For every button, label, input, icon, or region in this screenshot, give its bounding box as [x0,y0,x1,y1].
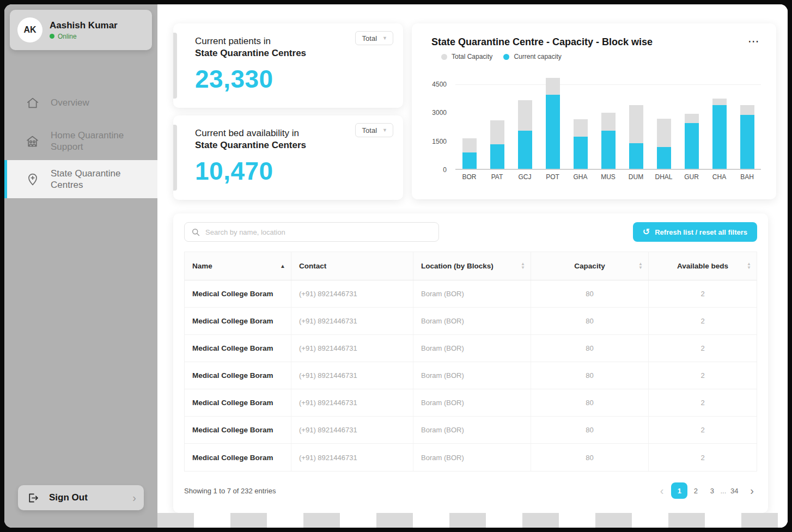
cell-available-beds: 2 [649,280,757,307]
home-quarantine-icon [25,134,40,149]
table-toolbar: ↺ Refresh list / reset all filters [184,213,757,252]
chart-header: State Quarantine Centre - Capacity - Blo… [412,23,776,48]
sort-asc-icon[interactable]: ▲ [280,264,285,268]
chart-bar-group-pat: PAT [483,85,511,169]
cell-location: Boram (BOR) [413,280,531,307]
profile-text: Aashish Kumar Online [50,20,118,40]
cell-available-beds: 2 [649,444,757,471]
chart-menu-button[interactable]: ⋯ [745,36,763,47]
sign-out-button[interactable]: Sign Out › [18,485,144,510]
column-header-location-by-blocks-[interactable]: Location (by Blocks)▲▼ [413,252,531,280]
chevron-right-icon: › [132,492,136,503]
table-row[interactable]: Medical College Boram(+91) 8921446731Bor… [185,308,757,335]
centres-table-card: ↺ Refresh list / reset all filters Name▲… [173,213,768,513]
sidebar-nav: OverviewHome Quarantine SupportState Qua… [4,84,157,198]
home-icon [25,96,40,111]
table-row[interactable]: Medical College Boram(+91) 8921446731Bor… [185,362,757,389]
stat-title-line2: State Quarantine Centres [195,48,306,58]
table-row[interactable]: Medical College Boram(+91) 8921446731Bor… [185,389,757,417]
current-capacity-bar [657,147,671,169]
table-footer: Showing 1 to 7 of 232 entries ‹ 123...34… [184,472,757,513]
sidebar-item-state-quarantine-centres[interactable]: State Quarantine Centres [4,160,157,198]
table-row[interactable]: Medical College Boram(+91) 8921446731Bor… [185,444,757,471]
cell-name: Medical College Boram [185,308,291,334]
stat-title-line2: State Quarantine Centers [195,140,306,150]
refresh-button-label: Refresh list / reset all filters [655,228,747,236]
cell-available-beds: 2 [649,389,757,416]
main-content: Current patients in State Quarantine Cen… [157,4,788,528]
pagination-page-3[interactable]: 3 [704,482,720,499]
column-header-available-beds[interactable]: Available beds▲▼ [649,252,757,280]
x-axis-label: DHAL [650,173,678,181]
user-profile-card[interactable]: AK Aashish Kumar Online [10,10,152,50]
cell-available-beds: 2 [649,335,757,362]
current-capacity-bar [629,143,643,169]
cell-name: Medical College Boram [185,335,291,362]
table-row[interactable]: Medical College Boram(+91) 8921446731Bor… [185,280,757,308]
avatar: AK [17,17,42,42]
legend-label: Current capacity [514,53,561,60]
sort-icon[interactable]: ▲▼ [747,262,751,270]
pagination-next-button[interactable]: › [747,485,757,496]
sidebar-item-label: Overview [51,97,89,108]
app-window: AK Aashish Kumar Online OverviewHome Qua… [4,4,788,528]
x-axis-label: DUM [622,173,650,181]
y-axis-tick: 4500 [412,81,447,88]
search-icon [191,228,200,237]
column-header-capacity[interactable]: Capacity▲▼ [531,252,649,280]
chart-bar-group-gcj: GCJ [511,85,539,169]
y-axis-tick: 3000 [412,109,447,117]
refresh-filters-button[interactable]: ↺ Refresh list / reset all filters [633,222,757,242]
cell-contact: (+91) 8921446731 [291,444,413,471]
centres-table: Name▲ContactLocation (by Blocks)▲▼Capaci… [184,252,757,472]
status-label: Online [58,33,77,40]
pagination-page-34[interactable]: 34 [726,482,742,499]
user-name: Aashish Kumar [50,20,118,31]
pagination-prev-button[interactable]: ‹ [657,485,667,496]
x-axis-label: POT [539,173,566,181]
chart-bar-group-pot: POT [539,85,566,169]
pagination-page-2[interactable]: 2 [687,482,704,499]
sidebar-item-overview[interactable]: Overview [4,84,157,122]
sort-icon[interactable]: ▲▼ [638,262,643,270]
chart-bar-group-gha: GHA [566,85,594,169]
cell-contact: (+91) 8921446731 [291,308,413,334]
chart-bar-group-dum: DUM [622,85,650,169]
column-header-name[interactable]: Name▲ [185,252,291,280]
sidebar-item-home-quarantine-support[interactable]: Home Quarantine Support [4,122,157,160]
cell-available-beds: 2 [649,308,757,334]
total-filter-select[interactable]: Total ▼ [355,31,393,45]
y-axis-tick: 0 [412,166,447,174]
x-axis-label: BAH [733,173,761,181]
sign-out-label: Sign Out [49,492,88,503]
sidebar-item-label: State Quarantine Centres [51,168,138,191]
cell-location: Boram (BOR) [413,308,531,334]
cell-contact: (+91) 8921446731 [291,335,413,362]
current-capacity-bar [490,144,504,169]
page-buttons: 123...34 [671,482,742,499]
cell-location: Boram (BOR) [413,389,531,416]
chevron-down-icon: ▼ [382,127,387,133]
stat-value: 10,470 [195,156,390,186]
total-filter-select[interactable]: Total ▼ [355,123,393,137]
cell-location: Boram (BOR) [413,444,531,471]
sidebar-item-label: Home Quarantine Support [51,130,138,153]
pagination-page-1[interactable]: 1 [671,482,687,499]
search-input[interactable] [185,223,438,241]
sort-icon[interactable]: ▲▼ [521,262,525,270]
current-capacity-bar [574,137,588,169]
column-header-contact[interactable]: Contact [291,252,413,280]
pagination-ellipsis: ... [720,487,726,495]
table-row[interactable]: Medical College Boram(+91) 8921446731Bor… [185,417,757,444]
chart-bar-group-gur: GUR [678,85,705,169]
chart-title: State Quarantine Centre - Capacity - Blo… [431,36,653,48]
cell-contact: (+91) 8921446731 [291,280,413,307]
table-body: Medical College Boram(+91) 8921446731Bor… [185,280,757,471]
logout-icon [26,491,40,505]
cell-location: Boram (BOR) [413,335,531,362]
table-header-row: Name▲ContactLocation (by Blocks)▲▼Capaci… [185,252,757,280]
x-axis-label: PAT [483,173,511,181]
online-status-dot [50,34,54,39]
table-row[interactable]: Medical College Boram(+91) 8921446731Bor… [185,335,757,362]
cell-capacity: 80 [531,444,649,471]
